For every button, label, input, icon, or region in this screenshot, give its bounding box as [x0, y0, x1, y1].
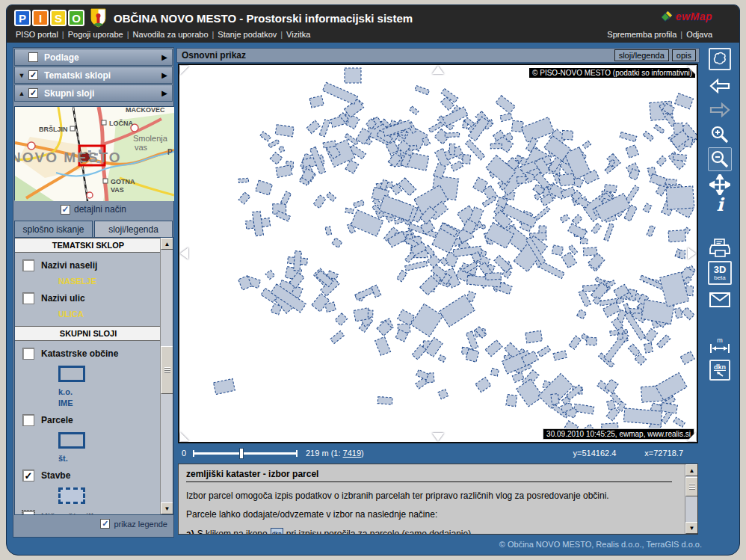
- menu-separator: |: [212, 30, 215, 39]
- footer-bar: © Občina NOVO MESTO, Realis d.o.o., Terr…: [7, 535, 739, 555]
- pan-south-arrow[interactable]: [432, 433, 444, 441]
- pan-east-arrow[interactable]: [688, 247, 696, 259]
- menu-navodila[interactable]: Navodila za uporabo: [133, 30, 209, 39]
- pan-west-arrow[interactable]: [180, 247, 188, 259]
- envelope-icon: [709, 292, 730, 307]
- layer-panel-scrollbar[interactable]: ▲ ▼: [160, 238, 173, 514]
- menu-separator: |: [62, 30, 64, 39]
- layer-label: Nazivi ulic: [41, 293, 85, 304]
- footer-copyright: © Občina NOVO MESTO, Realis d.o.o., Terr…: [499, 540, 702, 549]
- zoom-in-button[interactable]: [710, 125, 730, 144]
- measure-unit-label: m: [709, 337, 730, 343]
- overview-minimap[interactable]: MAČKOVEC LOČNA BRŠLJIN Smolenja vas NOVO…: [14, 106, 173, 200]
- measure-button[interactable]: m: [709, 337, 730, 354]
- pan-button[interactable]: [709, 174, 730, 195]
- legend-swatch-ko: [58, 366, 85, 382]
- layer-row-nazivi-naselij: Nazivi naselij: [22, 259, 161, 271]
- layer-label: Stavbe: [41, 470, 70, 481]
- info-panel-scrollbar[interactable]: ▲ ▼: [685, 464, 697, 534]
- scroll-down-button[interactable]: ▼: [685, 522, 698, 534]
- podlage-checkbox[interactable]: [28, 52, 38, 62]
- list-item-prefix: a): [186, 529, 194, 535]
- tab-splosno-iskanje[interactable]: splošno iskanje: [14, 221, 93, 237]
- pan-southwest-arrow[interactable]: [180, 432, 189, 441]
- legend-sample-naselje: NASELJE: [58, 277, 161, 286]
- collapse-icon[interactable]: ▼: [15, 72, 28, 79]
- menu-right: Sprememba profila|Odjava: [607, 30, 712, 39]
- scroll-up-button[interactable]: ▲: [685, 464, 698, 476]
- scale-slider[interactable]: [193, 452, 298, 455]
- layer-label: Nazivi naselij: [41, 260, 97, 271]
- menu-left: PISO portal|Pogoji uporabe|Navodila za u…: [16, 30, 310, 39]
- scale-zero-label: 0: [182, 449, 186, 458]
- section-header-tematski-sklop: TEMATSKI SKLOP: [15, 238, 161, 253]
- layer-checkbox-nazivi-naselij[interactable]: [22, 259, 34, 271]
- 3d-view-button[interactable]: 3D beta: [708, 261, 732, 285]
- status-bar: 0 219 m (1: 7419) y=514162.4 x=72718.7: [176, 446, 700, 462]
- expand-icon[interactable]: ▲: [15, 90, 28, 97]
- scroll-up-button[interactable]: ▲: [161, 238, 173, 250]
- back-button[interactable]: [709, 79, 730, 93]
- layer-row-hisne-stevilke: Hišne številke: [22, 511, 161, 515]
- buildings-layer: [179, 65, 697, 442]
- identify-button[interactable]: i: [716, 194, 723, 215]
- scale-ratio-link[interactable]: 7419: [343, 449, 361, 458]
- tab-sloji-legenda[interactable]: sloji/legenda: [94, 221, 173, 237]
- menu-separator: |: [127, 30, 129, 39]
- menu-odjava[interactable]: Odjava: [686, 30, 712, 39]
- tematski-sklopi-checkbox[interactable]: ✓: [28, 70, 38, 80]
- pan-north-arrow[interactable]: [432, 66, 444, 74]
- scale-slider-thumb[interactable]: [239, 448, 244, 459]
- dkn-selection-button[interactable]: dkn: [709, 360, 730, 381]
- legend-text-ime: IME: [58, 399, 161, 407]
- menu-pogoji-uporabe[interactable]: Pogoji uporabe: [68, 30, 123, 39]
- print-button[interactable]: [709, 239, 730, 258]
- chevron-right-icon[interactable]: ▶: [161, 53, 167, 61]
- chevron-right-icon[interactable]: ▶: [161, 89, 167, 97]
- send-mail-button[interactable]: [709, 292, 730, 307]
- dkn-inline-icon: dkn: [271, 528, 283, 535]
- minimap-label: vas: [135, 143, 148, 152]
- minimap-label: P: [167, 148, 173, 156]
- accordion-podlage[interactable]: Podlage ▶: [14, 49, 173, 66]
- dkn-label: dkn: [714, 363, 726, 371]
- layer-legend-panel: TEMATSKI SKLOP Nazivi naselij NASELJE Na…: [14, 237, 173, 515]
- skupni-sloji-checkbox[interactable]: ✓: [28, 88, 38, 98]
- pan-northeast-arrow[interactable]: [687, 66, 696, 75]
- menu-vizitka[interactable]: Vizitka: [286, 30, 310, 39]
- info-panel: zemljiški kataster - izbor parcel Izbor …: [178, 464, 698, 535]
- scrollbar-thumb[interactable]: [685, 477, 698, 496]
- scroll-down-button[interactable]: ▼: [161, 502, 173, 514]
- scrollbar-thumb[interactable]: [161, 346, 173, 394]
- menu-stanje-podatkov[interactable]: Stanje podatkov: [218, 30, 277, 39]
- minimap-label: LOČNA: [109, 119, 133, 127]
- map-layers-button[interactable]: sloji/legenda: [614, 49, 669, 61]
- forward-button[interactable]: [709, 102, 730, 117]
- layer-checkbox-nazivi-ulic[interactable]: [22, 292, 34, 304]
- menu-piso-portal[interactable]: PISO portal: [16, 30, 58, 39]
- list-item-text: S klikom na ikono: [197, 529, 268, 535]
- zoom-out-button[interactable]: [708, 147, 732, 171]
- arrow-northwest-icon: [716, 371, 724, 377]
- map-viewport[interactable]: © PISO-NOVO MESTO (podatki so informativ…: [178, 64, 698, 443]
- layer-checkbox-parcele[interactable]: [22, 414, 34, 426]
- accordion-skupni-sloji[interactable]: ▲ ✓ Skupni sloji ▶: [14, 84, 173, 102]
- layer-checkbox-stavbe[interactable]: ✓: [22, 470, 34, 481]
- prikaz-legende-checkbox[interactable]: ✓: [100, 519, 110, 529]
- chevron-right-icon[interactable]: ▶: [161, 71, 167, 79]
- layer-checkbox-katastrske-obcine[interactable]: [22, 348, 34, 360]
- cursor-coordinates: y=514162.4 x=72718.7: [573, 449, 684, 458]
- ewmap-logo[interactable]: ewMap: [662, 10, 712, 22]
- pan-northwest-arrow[interactable]: [180, 66, 189, 75]
- layer-checkbox-hisne-stevilke[interactable]: [22, 511, 34, 515]
- scale-length: 219 m: [306, 449, 329, 458]
- full-extent-button[interactable]: [709, 48, 731, 70]
- pan-southeast-arrow[interactable]: [687, 432, 696, 441]
- arrow-left-icon: [709, 79, 730, 93]
- map-description-button[interactable]: opis: [672, 49, 696, 61]
- menu-sprememba-profila[interactable]: Sprememba profila: [607, 30, 676, 39]
- detail-mode-checkbox[interactable]: ✓: [61, 205, 70, 215]
- accordion-tematski-sklopi[interactable]: ▼ ✓ Tematski sklopi ▶: [14, 67, 173, 84]
- accordion-label: Podlage: [44, 52, 79, 63]
- map-copyright-overlay: © PISO-NOVO MESTO (podatki so informativ…: [529, 68, 695, 78]
